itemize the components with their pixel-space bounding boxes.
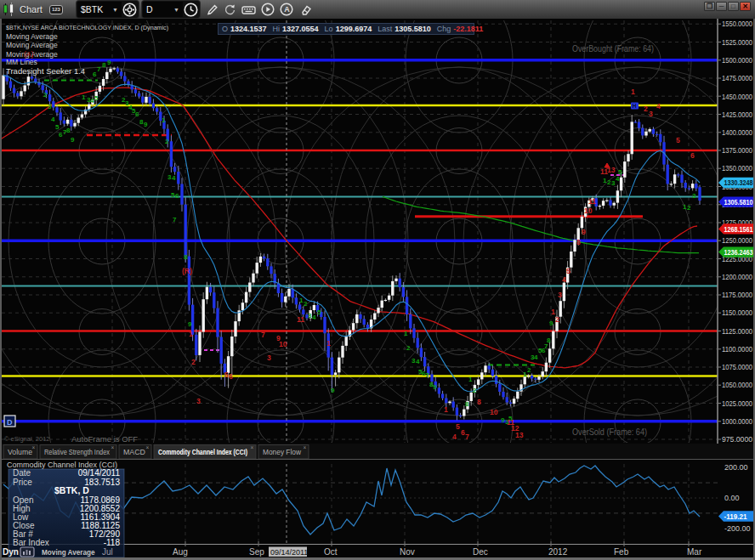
svg-text:5: 5 — [456, 422, 460, 431]
svg-text:2: 2 — [644, 105, 648, 113]
svg-text:Money Flow: Money Flow — [263, 448, 302, 456]
svg-text:7: 7 — [465, 433, 469, 441]
svg-text:OverSold (Frame: 64): OverSold (Frame: 64) — [572, 427, 647, 437]
svg-text:Price: Price — [13, 478, 32, 487]
svg-text:Commodity Channel Index (CCI): Commodity Channel Index (CCI) — [158, 448, 247, 456]
svg-text:Dec: Dec — [473, 547, 488, 557]
svg-text:-200.00: -200.00 — [724, 524, 751, 533]
svg-text:09/14/2011: 09/14/2011 — [270, 548, 308, 557]
svg-text:9: 9 — [144, 121, 148, 128]
svg-text:×: × — [111, 444, 115, 450]
svg-text:Jul: Jul — [102, 547, 113, 557]
svg-text:1: 1 — [326, 339, 331, 348]
svg-text:3: 3 — [692, 192, 696, 200]
svg-text:-118: -118 — [104, 538, 121, 547]
svg-text:Moving Average: Moving Average — [6, 32, 58, 41]
svg-text:1: 1 — [189, 330, 193, 338]
svg-text:6: 6 — [690, 151, 695, 160]
svg-text:$BTK, D: $BTK, D — [54, 485, 89, 495]
svg-text:Nov: Nov — [400, 547, 415, 557]
svg-text:11: 11 — [588, 197, 596, 206]
svg-text:1350.0000: 1350.0000 — [722, 164, 752, 173]
svg-text:1525.0000: 1525.0000 — [722, 38, 752, 47]
svg-text:1250.0000: 1250.0000 — [722, 236, 752, 245]
svg-text:H: H — [633, 103, 637, 109]
svg-text:6: 6 — [135, 110, 139, 118]
svg-text:4: 4 — [452, 433, 457, 441]
svg-text:MM Lines: MM Lines — [6, 58, 37, 66]
svg-text:1150.0000: 1150.0000 — [722, 308, 752, 317]
svg-text:Relative Strength Index: Relative Strength Index — [44, 448, 110, 456]
svg-text:1500.0000: 1500.0000 — [722, 56, 752, 65]
svg-text:9: 9 — [582, 228, 586, 236]
svg-text:8: 8 — [465, 400, 469, 408]
svg-text:2: 2 — [43, 91, 48, 99]
svg-text:9: 9 — [433, 383, 437, 391]
svg-text:1550.0000: 1550.0000 — [722, 20, 752, 28]
svg-text:×: × — [304, 444, 307, 450]
svg-text:$BTK,NYSE ARCA BIOTECHNOLOGY I: $BTK,NYSE ARCA BIOTECHNOLOGY INDEX, D (D… — [6, 24, 168, 31]
svg-text:×: × — [251, 444, 254, 450]
svg-text:9: 9 — [71, 136, 75, 144]
svg-text:1050.0000: 1050.0000 — [722, 381, 752, 389]
svg-text:8: 8 — [102, 61, 106, 69]
svg-text:Dyn: Dyn — [3, 547, 19, 557]
svg-text:2: 2 — [165, 138, 169, 145]
svg-text:11: 11 — [297, 315, 304, 324]
svg-text:183.7513: 183.7513 — [84, 478, 120, 487]
svg-text:9: 9 — [331, 387, 335, 394]
svg-text:Moving Average: Moving Average — [42, 549, 95, 557]
svg-text:2: 2 — [191, 358, 196, 366]
svg-text:Date: Date — [13, 468, 31, 478]
svg-text:Feb: Feb — [614, 547, 629, 557]
svg-text:1125.0000: 1125.0000 — [722, 327, 752, 336]
svg-text:13: 13 — [515, 431, 524, 439]
svg-text:4: 4 — [534, 354, 538, 361]
svg-text:0.00: 0.00 — [724, 494, 740, 502]
svg-text:3: 3 — [48, 103, 52, 110]
svg-text:3: 3 — [267, 354, 271, 362]
svg-text:5: 5 — [317, 308, 321, 316]
svg-text:2: 2 — [527, 366, 531, 374]
svg-text:200.00: 200.00 — [724, 463, 748, 472]
svg-text:2: 2 — [406, 344, 411, 352]
svg-text:1305.5810: 1305.5810 — [724, 198, 753, 206]
svg-text:4: 4 — [562, 275, 566, 284]
svg-text:×: × — [146, 444, 150, 450]
svg-text:2: 2 — [687, 204, 691, 212]
svg-text:1: 1 — [631, 88, 635, 96]
svg-text:1425.0000: 1425.0000 — [722, 110, 752, 119]
svg-text:8: 8 — [576, 238, 581, 246]
svg-text:1075.0000: 1075.0000 — [722, 363, 752, 371]
svg-text:1025.0000: 1025.0000 — [722, 399, 752, 408]
svg-text:Bar Index: Bar Index — [13, 538, 49, 547]
svg-text:-119.21: -119.21 — [724, 512, 747, 521]
svg-text:4: 4 — [172, 174, 176, 182]
svg-text:6: 6 — [229, 372, 233, 381]
svg-text:6: 6 — [175, 192, 179, 200]
svg-text:1236.2463: 1236.2463 — [724, 248, 753, 257]
svg-text:Volume: Volume — [8, 448, 32, 456]
svg-text:8: 8 — [547, 337, 551, 344]
svg-text:9: 9 — [549, 320, 553, 327]
svg-text:1375.0000: 1375.0000 — [722, 146, 752, 155]
svg-text:1: 1 — [404, 330, 408, 337]
svg-text:1450.0000: 1450.0000 — [722, 93, 752, 101]
svg-text:5: 5 — [618, 168, 622, 176]
svg-text:3: 3 — [196, 397, 201, 405]
svg-text:4: 4 — [616, 175, 620, 183]
svg-text:Sep: Sep — [249, 547, 264, 557]
svg-text:2012: 2012 — [548, 547, 568, 557]
svg-text:3: 3 — [558, 291, 562, 299]
svg-text:1: 1 — [444, 405, 448, 414]
svg-text:4: 4 — [416, 358, 420, 365]
svg-text:AutoFrame is OFF: AutoFrame is OFF — [71, 434, 138, 444]
svg-text:A: A — [284, 5, 290, 14]
svg-text:1: 1 — [468, 376, 473, 383]
svg-text:2: 2 — [473, 387, 477, 394]
svg-text:4: 4 — [656, 102, 661, 110]
svg-text:7: 7 — [97, 65, 101, 73]
svg-text:3: 3 — [649, 110, 653, 118]
svg-text:5: 5 — [94, 94, 99, 102]
svg-text:2: 2 — [304, 300, 308, 308]
